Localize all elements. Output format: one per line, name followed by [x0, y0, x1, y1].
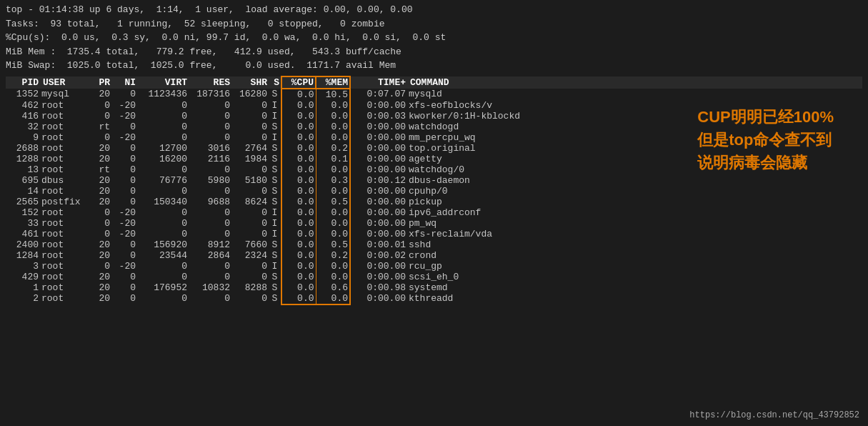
table-row: 461root0-20000I0.00.00:00.00xfs-reclaim/… — [6, 229, 862, 239]
table-row: 2565postfix20015034096888624S0.00.50:00.… — [6, 197, 862, 207]
table-row: 695dbus2007677659805180S0.00.30:00.12dbu… — [6, 175, 862, 186]
table-row: 2root200000S0.00.00:00.00kthreadd — [6, 293, 862, 304]
col-header-user: USER — [40, 76, 91, 89]
table-row: 2400root20015692089127660S0.00.50:00.01s… — [6, 239, 862, 250]
table-row: 2688root2001270030162764S0.00.20:00.00to… — [6, 143, 862, 154]
header-line2: Tasks: 93 total, 1 running, 52 sleeping,… — [6, 17, 862, 31]
footer-url: https://blog.csdn.net/qq_43792852 — [689, 410, 859, 420]
header-line5: MiB Swap: 1025.0 total, 1025.0 free, 0.0… — [6, 59, 862, 73]
col-header-cpu: %CPU — [281, 76, 316, 89]
process-table: PID USER PR NI VIRT RES SHR S %CPU %MEM … — [6, 76, 862, 305]
table-row: 416root0-20000I0.00.00:00.03kworker/0:1H… — [6, 111, 862, 122]
table-row: 1284root2002354428642324S0.00.20:00.02cr… — [6, 250, 862, 261]
header-line1: top - 01:14:38 up 6 days, 1:14, 1 user, … — [6, 3, 862, 17]
col-header-ni: NI — [111, 76, 137, 89]
col-header-s: S — [269, 76, 281, 89]
col-header-virt: VIRT — [137, 76, 189, 89]
table-row: 152root0-20000I0.00.00:00.00ipv6_addrcon… — [6, 207, 862, 218]
col-header-pid: PID — [6, 76, 40, 89]
table-row: 429root200000S0.00.00:00.00scsi_eh_0 — [6, 272, 862, 282]
col-header-mem: %MEM — [316, 76, 350, 89]
terminal: top - 01:14:38 up 6 days, 1:14, 1 user, … — [0, 0, 868, 426]
table-row: 1352mysql200112343618731616280S0.010.50:… — [6, 89, 862, 100]
table-row: 33root0-20000I0.00.00:00.00pm_wq — [6, 218, 862, 229]
table-row: 13rootrt0000S0.00.00:00.00watchdog/0 — [6, 164, 862, 175]
table-row: 1288root2001620021161984S0.00.10:00.00ag… — [6, 154, 862, 164]
table-row: 462root0-20000I0.00.00:00.00xfs-eofblock… — [6, 100, 862, 111]
col-header-res: RES — [189, 76, 231, 89]
col-header-command: COMMAND — [407, 76, 862, 89]
col-header-shr: SHR — [231, 76, 269, 89]
col-header-pr: PR — [91, 76, 111, 89]
table-row: 1root200176952108328288S0.00.60:00.98sys… — [6, 282, 862, 293]
table-row: 14root200000S0.00.00:00.00cpuhp/0 — [6, 186, 862, 197]
header-line3: %Cpu(s): 0.0 us, 0.3 sy, 0.0 ni, 99.7 id… — [6, 31, 862, 45]
col-header-time: TIME+ — [350, 76, 407, 89]
table-row: 3root0-20000I0.00.00:00.00rcu_gp — [6, 261, 862, 272]
header-line4: MiB Mem : 1735.4 total, 779.2 free, 412.… — [6, 45, 862, 59]
table-row: 9root0-20000I0.00.00:00.00mm_percpu_wq — [6, 132, 862, 143]
table-row: 32rootrt0000S0.00.00:00.00watchdogd — [6, 122, 862, 132]
table-header-row: PID USER PR NI VIRT RES SHR S %CPU %MEM … — [6, 76, 862, 89]
